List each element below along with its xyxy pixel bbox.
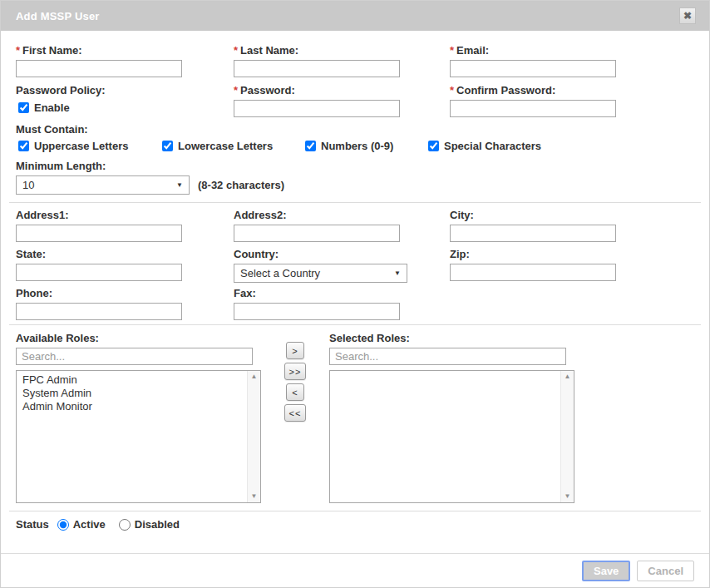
list-item[interactable]: System Admin [22,387,241,400]
cancel-button[interactable]: Cancel [637,561,694,581]
available-roles-listbox[interactable]: FPC Admin System Admin Admin Monitor ▲ ▼ [16,370,261,503]
list-item[interactable]: Admin Monitor [22,400,241,413]
available-roles-search-input[interactable] [16,348,253,365]
address2-input[interactable] [234,225,400,242]
status-disabled-label: Disabled [135,518,180,531]
available-roles-column: Available Roles: FPC Admin System Admin … [16,332,261,503]
minimum-length-row: 10 ▼ (8-32 characters) [16,175,694,195]
state-input[interactable] [16,264,182,281]
address2-field: Address2: [234,209,450,242]
lowercase-checkbox[interactable] [162,141,173,151]
add-mssp-user-dialog: Add MSSP User ✖ *First Name: *Last Name:… [0,0,710,588]
status-active-radio[interactable] [57,519,69,531]
status-disabled-radio[interactable] [119,519,131,531]
scroll-up-icon[interactable]: ▲ [565,373,571,380]
city-input[interactable] [450,225,616,242]
status-label: Status [16,518,49,531]
special-option: Special Characters [428,140,541,152]
chevron-down-icon: ▼ [394,270,401,277]
phone-label: Phone: [16,287,234,299]
status-active-label: Active [73,518,106,531]
confirm-password-field: *Confirm Password: [450,84,616,117]
available-roles-items: FPC Admin System Admin Admin Monitor [17,371,247,416]
country-field: Country: Select a Country ▼ [234,248,450,283]
available-roles-scrollbar[interactable]: ▲ ▼ [247,371,260,502]
country-label: Country: [234,248,450,260]
required-marker: * [450,44,454,57]
email-input[interactable] [450,60,616,77]
selected-roles-label: Selected Roles: [329,332,574,344]
move-all-right-button[interactable]: >> [284,363,307,380]
password-field: *Password: [234,84,450,117]
city-label: City: [450,209,616,221]
must-contain-label: Must Contain: [16,123,694,136]
uppercase-checkbox[interactable] [18,141,29,151]
last-name-input[interactable] [234,60,400,77]
move-left-button[interactable]: < [286,383,304,401]
password-policy-label: Password Policy: [16,84,234,96]
selected-roles-scrollbar[interactable]: ▲ ▼ [560,371,574,502]
password-row: Password Policy: Enable *Password: *Conf… [16,84,694,117]
address1-field: Address1: [16,209,234,242]
country-value: Select a Country [240,267,320,279]
dialog-footer: Save Cancel [1,553,709,587]
lowercase-option: Lowercase Letters [162,140,305,152]
confirm-password-label: *Confirm Password: [450,84,616,96]
address1-input[interactable] [16,225,182,242]
address-row-1: Address1: Address2: City: [16,209,694,242]
status-disabled-option: Disabled [119,518,180,531]
minimum-length-select[interactable]: 10 ▼ [16,175,190,195]
special-checkbox[interactable] [428,141,439,151]
scroll-down-icon[interactable]: ▼ [565,493,571,500]
password-input[interactable] [234,100,400,117]
phone-input[interactable] [16,303,182,320]
zip-input[interactable] [450,264,616,281]
state-label: State: [16,248,234,260]
special-label: Special Characters [444,140,541,152]
selected-roles-items [330,371,560,376]
numbers-label: Numbers (0-9) [321,140,393,152]
state-field: State: [16,248,234,283]
fax-label: Fax: [234,287,450,299]
scroll-down-icon[interactable]: ▼ [251,493,258,500]
selected-roles-listbox[interactable]: ▲ ▼ [329,370,574,503]
required-marker: * [16,44,20,57]
address-row-2: State: Country: Select a Country ▼ Zip: [16,248,694,283]
minimum-length-value: 10 [22,179,34,191]
lowercase-label: Lowercase Letters [178,140,273,152]
minimum-length-hint: (8-32 characters) [198,179,284,191]
required-marker: * [234,84,238,96]
address1-label: Address1: [16,209,234,221]
first-name-label: *First Name: [16,44,234,57]
confirm-password-input[interactable] [450,100,616,117]
available-roles-label: Available Roles: [16,332,261,344]
fax-input[interactable] [234,303,400,320]
divider [9,324,701,325]
enable-checkbox[interactable] [18,102,29,113]
must-contain-row: Uppercase Letters Lowercase Letters Numb… [18,140,694,152]
phone-field: Phone: [16,287,234,320]
uppercase-label: Uppercase Letters [34,140,128,152]
numbers-option: Numbers (0-9) [305,140,428,152]
list-item[interactable]: FPC Admin [22,373,241,387]
password-policy-field: Password Policy: Enable [16,84,234,117]
country-select[interactable]: Select a Country ▼ [234,264,407,283]
close-icon[interactable]: ✖ [679,7,696,24]
save-button[interactable]: Save [582,561,630,581]
move-right-button[interactable]: > [286,342,304,359]
scroll-up-icon[interactable]: ▲ [251,373,258,380]
first-name-input[interactable] [16,60,182,77]
move-all-left-button[interactable]: << [284,404,307,422]
chevron-down-icon: ▼ [176,182,183,189]
status-row: Status Active Disabled [16,518,694,531]
name-email-row: *First Name: *Last Name: *Email: [16,44,694,77]
dialog-title: Add MSSP User [16,10,679,22]
last-name-field: *Last Name: [234,44,450,77]
numbers-checkbox[interactable] [305,141,316,151]
minimum-length-label: Minimum Length: [16,160,694,172]
selected-roles-search-input[interactable] [329,348,566,365]
zip-label: Zip: [450,248,616,260]
email-label: *Email: [450,44,616,57]
fax-field: Fax: [234,287,450,320]
uppercase-option: Uppercase Letters [18,140,162,152]
